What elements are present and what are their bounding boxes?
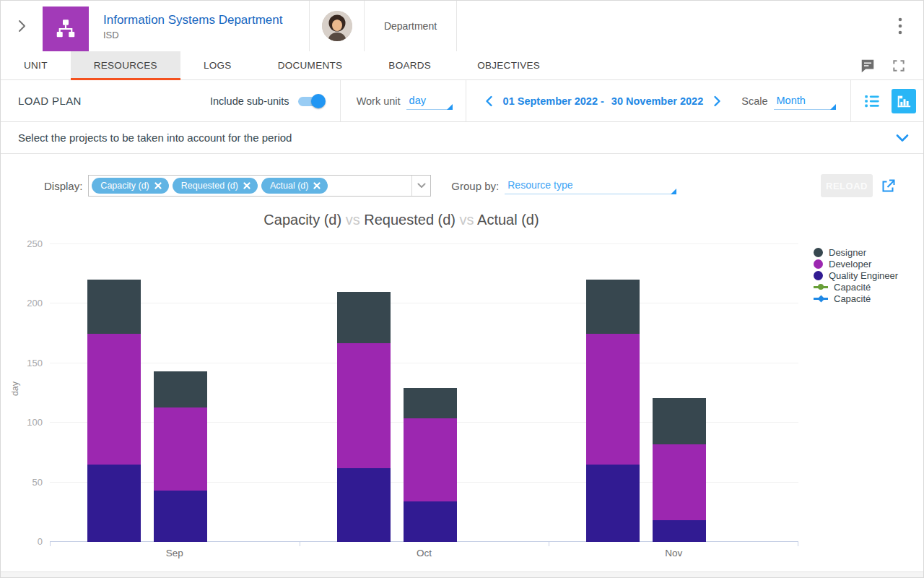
list-view-button[interactable] — [863, 92, 881, 111]
tab-unit[interactable]: UNIT — [1, 51, 71, 79]
fullscreen-button[interactable] — [892, 59, 906, 73]
bar-segment-sep-2-designer — [154, 371, 207, 407]
bar-chart-icon — [896, 93, 912, 109]
y-axis-tick-label: 50 — [11, 477, 43, 488]
x-axis-tick — [300, 542, 300, 546]
chip-label: Requested (d) — [181, 181, 238, 191]
select-triangle-icon — [447, 104, 453, 110]
tab-objectives[interactable]: OBJECTIVES — [454, 51, 563, 79]
list-icon — [863, 92, 881, 111]
share-icon — [880, 177, 897, 194]
legend-item-capacité[interactable]: Capacité — [814, 293, 898, 304]
toggle-knob — [311, 94, 326, 108]
bar-segment-sep-1-developer — [87, 334, 141, 465]
date-next-button[interactable] — [713, 95, 721, 107]
x-axis-label: Sep — [50, 548, 300, 558]
chip-label: Actual (d) — [270, 181, 309, 191]
y-axis-tick-label: 0 — [11, 536, 43, 547]
include-subunits-toggle[interactable] — [298, 95, 324, 107]
dropdown-chevron-icon[interactable] — [411, 176, 430, 196]
display-label: Display: — [44, 180, 82, 192]
projects-expander-label: Select the projects to be taken into acc… — [1, 131, 292, 144]
chart-view-button[interactable] — [892, 89, 916, 113]
chart-title-part: vs — [456, 212, 477, 228]
chevron-right-icon — [17, 19, 27, 33]
view-switcher — [850, 80, 923, 121]
chip-requested[interactable]: Requested (d) — [173, 178, 258, 194]
chart-title-part: Actual (d) — [477, 212, 539, 228]
header-spacer — [457, 1, 877, 51]
date-prev-button[interactable] — [485, 95, 493, 107]
horizontal-scrollbar[interactable] — [1, 571, 923, 578]
date-range-picker: 01 September 2022 -30 November 2022 — [466, 95, 729, 107]
chart-legend: DesignerDeveloperQuality EngineerCapacit… — [814, 246, 898, 304]
chip-remove-icon[interactable] — [313, 182, 321, 189]
chevron-down-icon — [896, 134, 909, 142]
bar-segment-oct-2-developer — [404, 418, 457, 501]
expand-button[interactable] — [896, 134, 923, 142]
tab-boards[interactable]: BOARDS — [365, 51, 454, 79]
comments-button[interactable] — [860, 58, 876, 74]
legend-item-quality-engineer[interactable]: Quality Engineer — [814, 269, 898, 281]
tab-bar: UNIT RESOURCES LOGS DOCUMENTS BOARDS OBJ… — [1, 51, 923, 80]
filters-row: Display: Capacity (d) Requested (d) Actu… — [1, 173, 923, 199]
chip-remove-icon[interactable] — [154, 182, 162, 189]
projects-expander[interactable]: Select the projects to be taken into acc… — [1, 122, 923, 154]
group-by-select[interactable]: Resource type — [505, 177, 676, 194]
display-multiselect[interactable]: Capacity (d) Requested (d) Actual (d) — [88, 175, 431, 197]
page-subtitle: ISD — [103, 30, 309, 40]
bar-segment-oct-2-designer — [404, 388, 457, 418]
scale-select[interactable]: Month — [774, 92, 836, 110]
fullscreen-icon — [892, 59, 906, 73]
y-axis-tick-label: 100 — [11, 417, 43, 428]
legend-item-capacité[interactable]: Capacité — [814, 281, 898, 293]
select-underline — [774, 109, 836, 110]
scale: Scale Month — [728, 92, 845, 110]
more-menu-button[interactable] — [877, 1, 923, 51]
bar-segment-sep-2-developer — [154, 407, 207, 491]
bar-segment-nov-1-designer — [586, 280, 640, 333]
avatar — [322, 11, 352, 41]
x-axis-tick — [549, 542, 549, 546]
work-unit: Work unit day — [341, 92, 466, 110]
legend-label: Quality Engineer — [829, 270, 898, 281]
avatar-cell — [310, 1, 365, 51]
y-axis-tick-label: 150 — [11, 358, 43, 368]
chart-title-part: vs — [341, 212, 364, 228]
date-range[interactable]: 01 September 2022 -30 November 2022 — [503, 95, 704, 107]
legend-item-developer[interactable]: Developer — [814, 258, 898, 269]
bar-segment-nov-2-quality-engineer — [653, 520, 706, 542]
chip-remove-icon[interactable] — [243, 182, 250, 189]
chip-actual[interactable]: Actual (d) — [261, 178, 328, 194]
gridline — [50, 243, 798, 244]
x-axis-label: Nov — [549, 548, 798, 558]
gridline — [50, 303, 798, 303]
tab-logs[interactable]: LOGS — [180, 51, 255, 79]
section-title: LOAD PLAN — [1, 95, 210, 107]
export-button[interactable] — [880, 177, 897, 194]
date-end: 30 November 2022 — [611, 95, 703, 107]
app-window: Information Systems Department ISD Depar… — [0, 0, 924, 578]
work-unit-label: Work unit — [357, 95, 401, 107]
work-unit-select[interactable]: day — [406, 92, 453, 110]
tabbar-icons — [860, 51, 923, 79]
plot-area — [50, 244, 798, 542]
select-triangle-icon — [671, 189, 676, 194]
scale-label: Scale — [741, 95, 767, 107]
chart-title-part: Capacity (d) — [263, 212, 341, 228]
back-button[interactable] — [1, 1, 43, 51]
legend-marker — [814, 294, 828, 303]
x-axis-tick — [798, 542, 798, 546]
legend-marker — [814, 248, 823, 257]
reload-button[interactable]: RELOAD — [821, 174, 873, 197]
bar-segment-sep-1-quality-engineer — [87, 465, 141, 542]
tab-resources[interactable]: RESOURCES — [71, 51, 180, 79]
x-axis-label: Oct — [300, 548, 549, 558]
legend-item-designer[interactable]: Designer — [814, 246, 898, 258]
tab-documents[interactable]: DOCUMENTS — [255, 51, 366, 79]
scale-value: Month — [777, 95, 806, 106]
chip-capacity[interactable]: Capacity (d) — [92, 178, 168, 194]
legend-marker — [814, 259, 823, 269]
comment-icon — [860, 58, 876, 74]
legend-marker — [814, 282, 828, 292]
